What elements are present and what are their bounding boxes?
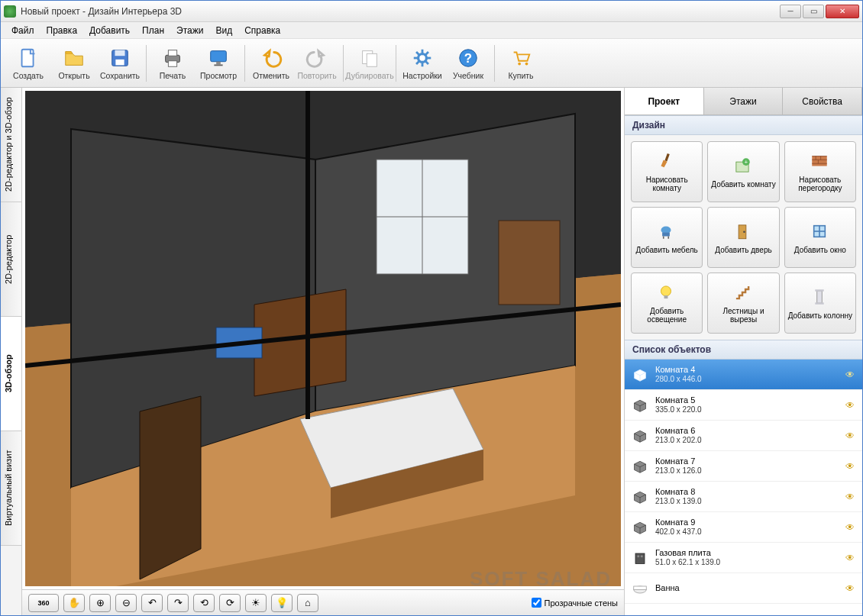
addroom-icon: + bbox=[732, 156, 754, 177]
light-button[interactable]: 💡 bbox=[271, 594, 293, 612]
design-tool-card[interactable]: Добавить окно bbox=[784, 207, 856, 268]
svg-rect-6 bbox=[168, 60, 176, 66]
window-icon bbox=[810, 221, 831, 243]
toolbar-separator bbox=[146, 45, 147, 82]
zoom-in-button[interactable]: ⊕ bbox=[89, 594, 111, 612]
gear-icon bbox=[411, 47, 434, 69]
toolbar-separator bbox=[494, 45, 495, 82]
menu-item[interactable]: Этажи bbox=[170, 24, 209, 37]
design-card-label: Добавить комнату bbox=[711, 180, 775, 189]
menu-item[interactable]: План bbox=[136, 24, 170, 37]
rotate-ccw-button[interactable]: ↶ bbox=[141, 594, 163, 612]
design-tool-card[interactable]: Добавить колонну bbox=[784, 273, 856, 334]
menu-item[interactable]: Добавить bbox=[83, 24, 136, 37]
design-tool-card[interactable]: Добавить освещение bbox=[631, 273, 703, 334]
transparent-walls-option[interactable]: Прозрачные стены bbox=[532, 598, 618, 608]
visibility-eye-icon[interactable]: 👁 bbox=[845, 583, 856, 594]
svg-point-21 bbox=[419, 55, 425, 61]
sun-button[interactable]: ☀ bbox=[245, 594, 267, 612]
menu-item[interactable]: Вид bbox=[209, 24, 238, 37]
bulb-icon bbox=[656, 282, 677, 304]
viewport-area: 360✋⊕⊖↶↷⟲⟳☀💡⌂ Прозрачные стены SOFT SALA… bbox=[22, 88, 624, 615]
visibility-eye-icon[interactable]: 👁 bbox=[845, 492, 856, 502]
file-icon bbox=[17, 47, 40, 69]
undo-icon bbox=[260, 47, 283, 69]
maximize-button[interactable]: ▭ bbox=[803, 5, 824, 18]
visibility-eye-icon[interactable]: 👁 bbox=[845, 431, 856, 441]
3d-viewport[interactable] bbox=[25, 91, 621, 586]
redo-button[interactable]: Повторить bbox=[294, 42, 340, 85]
svg-rect-63 bbox=[664, 295, 668, 298]
orbit-right-button[interactable]: ⟳ bbox=[219, 594, 241, 612]
toolbar-label: Повторить bbox=[297, 71, 336, 80]
object-list-item[interactable]: Комната 9402.0 x 437.0👁 bbox=[625, 512, 862, 543]
left-tab[interactable]: 3D-обзор bbox=[1, 317, 21, 431]
toolbar-label: Отменить bbox=[253, 71, 289, 80]
preview-button[interactable]: Просмотр bbox=[196, 42, 241, 85]
object-list-item[interactable]: Ванна👁 bbox=[625, 573, 862, 604]
print-button[interactable]: Печать bbox=[150, 42, 196, 85]
object-list-item[interactable]: Комната 7213.0 x 126.0👁 bbox=[625, 451, 862, 482]
visibility-eye-icon[interactable]: 👁 bbox=[845, 369, 856, 380]
svg-rect-7 bbox=[211, 50, 227, 61]
visibility-eye-icon[interactable]: 👁 bbox=[845, 400, 856, 411]
transparent-walls-checkbox[interactable] bbox=[532, 598, 541, 608]
design-tool-card[interactable]: Нарисовать комнату bbox=[631, 141, 703, 202]
help-icon: ? bbox=[457, 47, 480, 69]
object-name: Комната 8 bbox=[655, 487, 839, 497]
app-icon bbox=[4, 5, 16, 18]
left-tab[interactable]: 2D-редактор и 3D-обзор bbox=[1, 88, 21, 202]
object-list-item[interactable]: Газовая плита51.0 x 62.1 x 139.0👁 bbox=[625, 543, 862, 573]
right-tab[interactable]: Свойства bbox=[783, 88, 862, 114]
menu-item[interactable]: Справка bbox=[238, 24, 286, 37]
object-list-item[interactable]: Комната 8213.0 x 139.0👁 bbox=[625, 482, 862, 512]
design-tool-card[interactable]: Нарисовать перегородку bbox=[784, 141, 856, 202]
360-button[interactable]: 360 bbox=[28, 594, 59, 612]
buy-button[interactable]: Купить bbox=[498, 42, 544, 85]
menu-item[interactable]: Правка bbox=[40, 24, 84, 37]
object-name: Комната 5 bbox=[655, 395, 839, 405]
svg-rect-64 bbox=[817, 290, 823, 302]
door-icon bbox=[732, 221, 754, 243]
object-list-item[interactable]: Комната 6213.0 x 202.0👁 bbox=[625, 421, 862, 451]
design-tool-card[interactable]: Добавить мебель bbox=[631, 207, 703, 268]
tutorial-button[interactable]: ?Учебник bbox=[445, 42, 491, 85]
design-card-label: Нарисовать комнату bbox=[633, 176, 700, 192]
design-card-label: Добавить освещение bbox=[633, 307, 700, 324]
svg-point-62 bbox=[661, 286, 671, 296]
printer-icon bbox=[161, 47, 184, 69]
visibility-eye-icon[interactable]: 👁 bbox=[845, 461, 856, 472]
open-button[interactable]: Открыть bbox=[51, 42, 97, 85]
design-tool-card[interactable]: Лестницы и вырезы bbox=[707, 273, 779, 334]
close-button[interactable]: ✕ bbox=[826, 5, 859, 18]
duplicate-button[interactable]: Дублировать bbox=[347, 42, 393, 85]
rotate-cw-button[interactable]: ↷ bbox=[167, 594, 189, 612]
object-list[interactable]: Комната 4280.0 x 446.0👁Комната 5335.0 x … bbox=[625, 360, 862, 615]
design-tool-card[interactable]: Добавить дверь bbox=[707, 207, 779, 268]
save-button[interactable]: Сохранить bbox=[97, 42, 143, 85]
home-button[interactable]: ⌂ bbox=[297, 594, 318, 612]
visibility-eye-icon[interactable]: 👁 bbox=[845, 553, 856, 563]
orbit-left-button[interactable]: ⟲ bbox=[193, 594, 215, 612]
menu-item[interactable]: Файл bbox=[5, 24, 40, 37]
settings-button[interactable]: Настройки bbox=[399, 42, 445, 85]
object-list-item[interactable]: Комната 4280.0 x 446.0👁 bbox=[625, 360, 862, 390]
zoom-out-button[interactable]: ⊖ bbox=[115, 594, 137, 612]
hand-button[interactable]: ✋ bbox=[63, 594, 85, 612]
undo-button[interactable]: Отменить bbox=[248, 42, 294, 85]
design-tool-card[interactable]: +Добавить комнату bbox=[707, 141, 779, 202]
titlebar: Новый проект - Дизайн Интерьера 3D ─ ▭ ✕ bbox=[1, 1, 862, 22]
left-tab[interactable]: 2D-редактор bbox=[1, 202, 21, 317]
left-tab[interactable]: Виртуальный визит bbox=[1, 431, 21, 546]
svg-rect-42 bbox=[665, 153, 670, 161]
right-tab[interactable]: Проект bbox=[625, 88, 704, 114]
content-area: 2D-редактор и 3D-обзор2D-редактор3D-обзо… bbox=[1, 88, 862, 615]
toolbar-label: Учебник bbox=[453, 71, 483, 80]
window-title: Новый проект - Дизайн Интерьера 3D bbox=[21, 6, 778, 17]
design-card-label: Добавить окно bbox=[794, 246, 846, 254]
minimize-button[interactable]: ─ bbox=[780, 5, 801, 18]
right-tab[interactable]: Этажи bbox=[704, 88, 784, 114]
create-button[interactable]: Создать bbox=[5, 42, 51, 85]
visibility-eye-icon[interactable]: 👁 bbox=[845, 522, 856, 533]
object-list-item[interactable]: Комната 5335.0 x 220.0👁 bbox=[625, 390, 862, 421]
